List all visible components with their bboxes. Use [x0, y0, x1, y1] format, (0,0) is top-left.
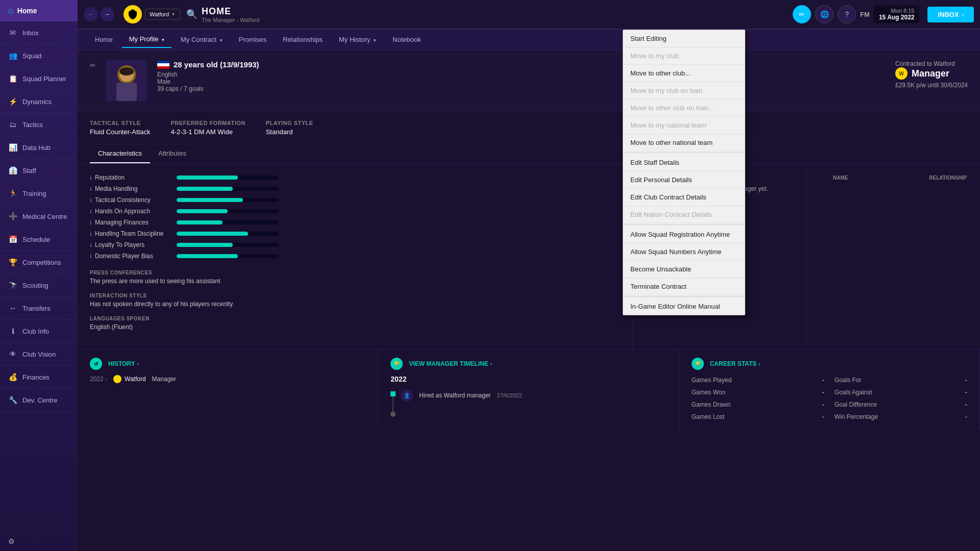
- languages-label: LANGUAGES SPOKEN: [90, 316, 620, 321]
- sidebar-item-dynamics[interactable]: ⚡ Dynamics: [0, 90, 78, 113]
- subnav-my-history[interactable]: My History ▾: [332, 32, 383, 47]
- datetime-block: Mon 8:15 15 Aug 2022: [874, 6, 920, 23]
- help-button[interactable]: ?: [838, 5, 856, 23]
- scouting-icon: 🔭: [8, 281, 17, 289]
- history-year: 2022 -: [90, 375, 107, 383]
- sidebar: ⌂ Home ✉ Inbox 👥 Squad 📋 Squad Planner ⚡…: [0, 0, 78, 551]
- dropdown-item-move-other-club-loan: Move to other club on loan...: [623, 99, 745, 117]
- dropdown-item-terminate-contract[interactable]: Terminate Contract: [623, 278, 745, 295]
- dropdown-item-allow-squad-reg[interactable]: Allow Squad Registration Anytime: [623, 226, 745, 243]
- sidebar-item-tactics[interactable]: 🗂 Tactics: [0, 113, 78, 136]
- inbox-button[interactable]: INBOX ›: [927, 7, 974, 22]
- sidebar-item-schedule[interactable]: 📅 Schedule: [0, 228, 78, 251]
- char-bar-bg: [177, 243, 279, 247]
- history-club-icon: [113, 375, 121, 383]
- globe-button[interactable]: 🌐: [815, 5, 834, 23]
- dropdown-item-allow-squad-numbers[interactable]: Allow Squad Numbers Anytime: [623, 243, 745, 261]
- contracted-to: Contracted to Watford: [895, 60, 968, 67]
- nav-forward-button[interactable]: →: [100, 7, 114, 21]
- char-bar-fill: [177, 254, 238, 258]
- tactical-style-col: TACTICAL STYLE Fluid Counter-Attack: [90, 120, 151, 136]
- char-info-icon[interactable]: ℹ: [90, 220, 92, 226]
- sidebar-item-training[interactable]: 🏃 Training: [0, 182, 78, 205]
- dropdown-item-start-editing[interactable]: Start Editing: [623, 30, 745, 47]
- sidebar-item-staff[interactable]: 👔 Staff: [0, 159, 78, 182]
- sidebar-item-club-info[interactable]: ℹ Club Info: [0, 320, 78, 343]
- timeline-icon: 🏆: [390, 358, 403, 370]
- sidebar-item-home[interactable]: ⌂ Home: [0, 0, 78, 21]
- history-title[interactable]: ↺ HISTORY ›: [90, 358, 365, 370]
- preferred-formation-col: PREFERRED FORMATION 4-2-3-1 DM AM Wide: [171, 120, 246, 136]
- subnav-my-contract[interactable]: My Contract ▾: [174, 32, 230, 47]
- stat-label: Games Won: [692, 389, 725, 396]
- char-info-icon[interactable]: ℹ: [90, 242, 92, 248]
- sidebar-item-transfers[interactable]: ↔ Transfers: [0, 297, 78, 320]
- stat-row: Games Played-: [692, 375, 824, 385]
- subnav-promises[interactable]: Promises: [232, 32, 274, 47]
- stat-value: -: [822, 401, 824, 408]
- sidebar-item-finances[interactable]: 💰 Finances: [0, 366, 78, 389]
- sidebar-item-squad[interactable]: 👥 Squad: [0, 44, 78, 67]
- club-vision-icon: 👁: [8, 350, 17, 358]
- preferred-formation-label: PREFERRED FORMATION: [171, 120, 246, 126]
- stat-value: -: [965, 389, 967, 396]
- stat-row: Games Drawn-: [692, 399, 824, 410]
- sidebar-item-competitions[interactable]: 🏆 Competitions: [0, 251, 78, 274]
- dropdown-item-online-manual[interactable]: In-Game Editor Online Manual: [623, 298, 745, 315]
- club-logo-inner: [124, 5, 142, 23]
- sidebar-item-inbox[interactable]: ✉ Inbox: [0, 21, 78, 44]
- dropdown-items-container: Start EditingMove to my clubMove to othe…: [623, 30, 745, 315]
- dropdown-item-become-unsackable[interactable]: Become Unsackable: [623, 261, 745, 278]
- subnav-home[interactable]: Home: [88, 32, 120, 47]
- timeline-event-text: Hired as Watford manager: [419, 392, 491, 399]
- char-info-icon[interactable]: ℹ: [90, 197, 92, 203]
- contract-club-row: W Manager: [895, 67, 968, 80]
- sidebar-item-data-hub[interactable]: 📊 Data Hub: [0, 136, 78, 159]
- char-bar-fill: [177, 220, 223, 224]
- stat-label: Goals Against: [835, 389, 872, 396]
- contract-club-icon: W: [895, 67, 908, 80]
- char-info-icon[interactable]: ℹ: [90, 254, 92, 259]
- dropdown-item-edit-personal[interactable]: Edit Personal Details: [623, 171, 745, 189]
- char-bar-fill: [177, 232, 248, 236]
- char-info-icon[interactable]: ℹ: [90, 186, 92, 192]
- char-info-icon[interactable]: ℹ: [90, 231, 92, 237]
- char-row: ℹ Loyalty To Players: [90, 241, 620, 248]
- svg-rect-1: [116, 83, 137, 101]
- profile-edit-button[interactable]: ✏: [90, 61, 96, 69]
- sidebar-item-medical-centre[interactable]: ➕ Medical Centre: [0, 205, 78, 228]
- dropdown-item-edit-club-contract[interactable]: Edit Club Contract Details: [623, 189, 745, 206]
- stat-value: -: [822, 389, 824, 396]
- sidebar-settings-icon[interactable]: ⚙: [8, 537, 15, 545]
- profile-header: ✏ 28 years old (13/9/1993) English Male …: [78, 50, 980, 112]
- team-selector[interactable]: Watford ▼: [145, 9, 180, 20]
- dropdown-item-edit-staff[interactable]: Edit Staff Details: [623, 154, 745, 171]
- stats-grid: Games Played-Goals For-Games Won-Goals A…: [692, 375, 967, 422]
- avatar-image: [109, 60, 144, 101]
- dropdown-item-move-other-club[interactable]: Move to other club...: [623, 65, 745, 82]
- char-info-icon[interactable]: ℹ: [90, 175, 92, 181]
- competitions-icon: 🏆: [8, 258, 17, 266]
- relationships-table: NAME RELATIONSHIP: [819, 174, 968, 182]
- tactical-style-label: TACTICAL STYLE: [90, 120, 151, 126]
- career-stats-title[interactable]: 🏆 CAREER STATS ›: [692, 358, 967, 370]
- right-panel: NAME RELATIONSHIP: [806, 164, 980, 349]
- sidebar-item-dev-centre[interactable]: 🔧 Dev. Centre: [0, 389, 78, 412]
- sidebar-item-scouting[interactable]: 🔭 Scouting: [0, 274, 78, 297]
- subnav-relationships[interactable]: Relationships: [276, 32, 330, 47]
- sidebar-item-club-vision[interactable]: 👁 Club Vision: [0, 343, 78, 366]
- tab-attributes[interactable]: Attributes: [150, 144, 194, 163]
- timeline-title[interactable]: 🏆 VIEW MANAGER TIMELINE ›: [390, 358, 666, 370]
- subnav-notebook[interactable]: Notebook: [385, 32, 428, 47]
- char-info-icon[interactable]: ℹ: [90, 209, 92, 214]
- nav-back-button[interactable]: ←: [84, 7, 98, 21]
- dropdown-item-move-other-national[interactable]: Move to other national team: [623, 134, 745, 152]
- search-icon[interactable]: 🔍: [186, 9, 198, 20]
- sidebar-item-squad-planner[interactable]: 📋 Squad Planner: [0, 67, 78, 90]
- tab-characteristics[interactable]: Characteristics: [90, 144, 150, 163]
- subnav-my-profile[interactable]: My Profile ▾: [122, 31, 172, 48]
- stat-row: Goals For-: [835, 375, 967, 385]
- char-row: ℹ Domestic Player Bias: [90, 253, 620, 260]
- char-bar-bg: [177, 176, 279, 180]
- editor-button[interactable]: ✏: [793, 5, 811, 23]
